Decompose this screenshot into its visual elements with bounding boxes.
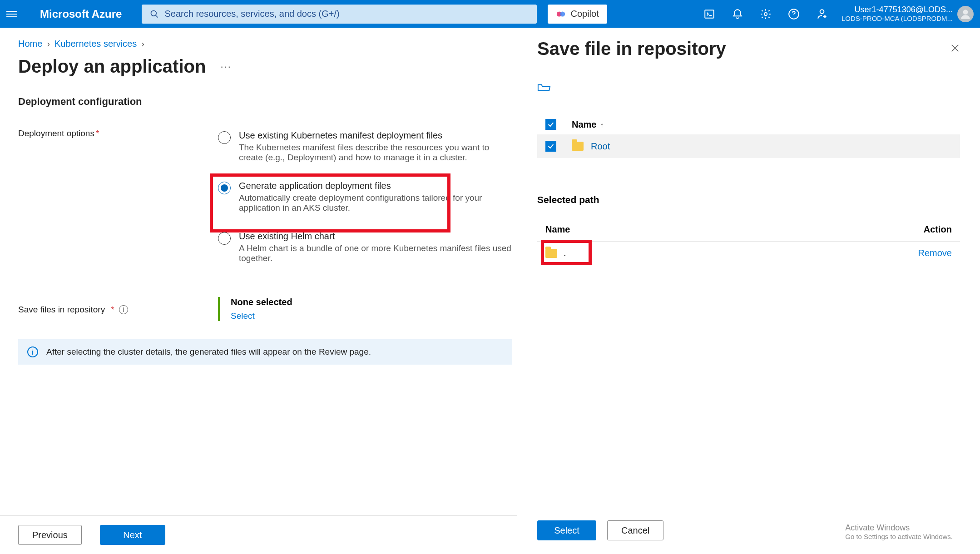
info-banner-text: After selecting the cluster details, the… <box>46 347 371 357</box>
select-button[interactable]: Select <box>537 520 596 540</box>
svg-line-1 <box>156 15 158 17</box>
next-button[interactable]: Next <box>100 525 165 545</box>
avatar[interactable] <box>957 6 974 22</box>
option-existing-manifests[interactable]: Use existing Kubernetes manifest deploym… <box>218 128 512 165</box>
avatar-icon <box>960 8 971 20</box>
svg-point-8 <box>963 10 968 15</box>
option-desc: A Helm chart is a bundle of one or more … <box>239 243 512 263</box>
user-account[interactable]: User1-47751306@LODS... LODS-PROD-MCA (LO… <box>841 5 953 23</box>
more-actions-icon[interactable]: ··· <box>220 61 231 73</box>
info-icon: i <box>27 346 38 357</box>
svg-point-0 <box>151 10 157 16</box>
remove-link[interactable]: Remove <box>918 248 952 258</box>
column-action: Action <box>924 224 952 235</box>
cloud-shell-icon[interactable] <box>703 8 715 20</box>
folder-icon <box>545 249 557 258</box>
user-tenant: LODS-PROD-MCA (LODSPRODM... <box>841 15 953 23</box>
none-selected-text: None selected <box>231 297 292 307</box>
option-generate-files[interactable]: Generate application deployment files Au… <box>218 178 512 216</box>
save-files-value: None selected Select <box>218 297 292 321</box>
brand-label[interactable]: Microsoft Azure <box>40 8 122 20</box>
activation-title: Activate Windows <box>845 523 953 533</box>
select-all-checkbox[interactable] <box>545 119 556 130</box>
option-helm-chart[interactable]: Use existing Helm chart A Helm chart is … <box>218 228 512 266</box>
radio-icon[interactable] <box>218 182 231 194</box>
sort-asc-icon: ↑ <box>600 121 604 129</box>
select-link[interactable]: Select <box>231 311 255 321</box>
column-name: Name <box>545 224 570 235</box>
notifications-icon[interactable] <box>732 8 743 20</box>
file-row-root[interactable]: Root <box>537 134 960 158</box>
activation-sub: Go to Settings to activate Windows. <box>845 533 953 540</box>
copilot-button[interactable]: Copilot <box>548 5 607 24</box>
search-input[interactable] <box>164 9 529 19</box>
svg-point-3 <box>560 11 565 16</box>
cancel-button[interactable]: Cancel <box>607 520 663 540</box>
folder-link[interactable]: Root <box>572 141 610 152</box>
page-title: Deploy an application <box>18 56 206 77</box>
option-desc: Automatically create deployment configur… <box>239 193 512 213</box>
svg-rect-4 <box>705 10 714 18</box>
deployment-options-label: Deployment options* <box>18 128 218 279</box>
close-icon[interactable] <box>950 39 960 56</box>
previous-button[interactable]: Previous <box>18 525 82 545</box>
breadcrumb-k8s[interactable]: Kubernetes services <box>54 39 137 49</box>
help-icon[interactable] <box>788 8 800 20</box>
option-title: Use existing Helm chart <box>239 231 512 242</box>
row-checkbox[interactable] <box>545 141 556 152</box>
repo-file-list: Name↑ Root <box>537 114 960 158</box>
selected-path-columns: Name Action <box>537 216 960 242</box>
option-desc: The Kubernetes manifest files describe t… <box>239 143 512 163</box>
path-name: . <box>564 248 566 258</box>
svg-point-5 <box>764 12 767 15</box>
selected-path-heading: Selected path <box>537 194 960 205</box>
option-title: Use existing Kubernetes manifest deploym… <box>239 130 512 141</box>
radio-icon[interactable] <box>218 131 231 144</box>
copilot-label: Copilot <box>570 9 599 19</box>
main-content: Home › Kubernetes services › Deploy an a… <box>0 28 517 554</box>
wizard-footer: Previous Next <box>0 515 517 554</box>
search-icon <box>150 10 159 19</box>
folder-open-icon[interactable] <box>537 82 551 93</box>
folder-icon <box>572 142 584 151</box>
breadcrumb-home[interactable]: Home <box>18 39 42 49</box>
copilot-icon <box>556 9 566 19</box>
topbar-icons <box>703 8 828 20</box>
feedback-icon[interactable] <box>816 8 828 20</box>
breadcrumb: Home › Kubernetes services › <box>18 39 517 49</box>
chevron-right-icon: › <box>47 39 50 49</box>
settings-icon[interactable] <box>760 8 772 20</box>
user-email: User1-47751306@LODS... <box>841 5 953 15</box>
section-heading: Deployment configuration <box>18 96 512 108</box>
global-search[interactable] <box>142 5 537 24</box>
svg-point-7 <box>820 10 824 14</box>
save-file-panel: Save file in repository Name↑ <box>517 28 980 554</box>
azure-top-bar: Microsoft Azure Copilot User1-47751306@L… <box>0 0 980 28</box>
save-files-label: Save files in repository* i <box>18 297 218 321</box>
selected-path-row: . Remove <box>537 242 960 265</box>
option-title: Generate application deployment files <box>239 181 512 191</box>
panel-title: Save file in repository <box>537 39 726 59</box>
info-banner: i After selecting the cluster details, t… <box>18 339 512 365</box>
chevron-right-icon: › <box>141 39 144 49</box>
windows-activation-watermark: Activate Windows Go to Settings to activ… <box>845 523 953 540</box>
info-icon[interactable]: i <box>119 305 128 314</box>
radio-icon[interactable] <box>218 232 231 245</box>
hamburger-icon[interactable] <box>6 9 17 20</box>
column-name[interactable]: Name↑ <box>572 119 604 130</box>
